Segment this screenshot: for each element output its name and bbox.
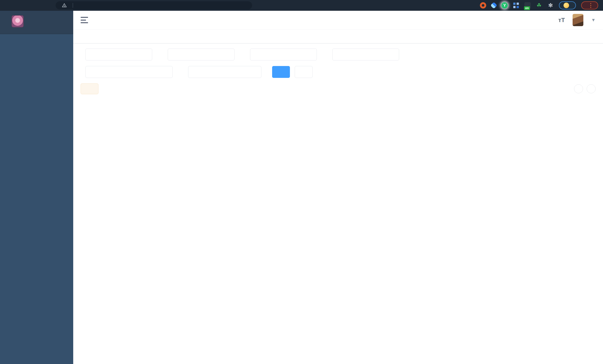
- header-search-icon[interactable]: [502, 17, 508, 23]
- help-icon[interactable]: [530, 17, 536, 23]
- process-status-select[interactable]: [188, 66, 261, 78]
- download-icon: [86, 86, 91, 91]
- sidebar-bottom-section: [0, 34, 73, 364]
- refresh-table-button[interactable]: [587, 84, 596, 93]
- browser-back-button[interactable]: [5, 2, 11, 8]
- browser-menu-dots-icon[interactable]: ⋮: [588, 3, 593, 8]
- calendar-icon: [89, 70, 94, 74]
- user-id-input[interactable]: [85, 48, 152, 60]
- bookmark-star-icon[interactable]: [469, 3, 475, 8]
- chevron-down-icon: [253, 70, 257, 74]
- browser-home-button[interactable]: [43, 2, 49, 8]
- filter-row-2: [81, 66, 596, 78]
- tags-view-bar: [73, 29, 603, 43]
- browser-chrome: Y ☘ ✻ ⋮: [0, 0, 603, 11]
- user-type-select[interactable]: [168, 48, 234, 60]
- filter-row-1: [81, 48, 596, 60]
- extension-icon-on-badge[interactable]: [524, 2, 531, 9]
- refresh-icon: [300, 70, 305, 74]
- hamburger-menu-icon[interactable]: [81, 17, 88, 23]
- extension-icon-green[interactable]: Y: [501, 2, 508, 9]
- not-secure-icon: [62, 3, 67, 8]
- app-name-input[interactable]: [250, 48, 317, 60]
- search-button[interactable]: [272, 66, 290, 78]
- chevron-down-icon: [226, 52, 231, 57]
- browser-reload-button[interactable]: [31, 3, 36, 8]
- refresh-icon: [589, 87, 593, 91]
- browser-update-button[interactable]: ⋮: [581, 1, 598, 10]
- browser-forward-button[interactable]: [18, 2, 24, 8]
- fullscreen-icon[interactable]: [544, 17, 551, 23]
- extension-icon-grid[interactable]: [513, 2, 519, 9]
- top-header: тT ▼: [73, 11, 603, 29]
- user-menu-caret-icon[interactable]: ▼: [591, 17, 596, 23]
- app-logo-row[interactable]: [0, 11, 73, 31]
- reset-button[interactable]: [295, 66, 313, 78]
- sidebar: [0, 11, 73, 364]
- export-button[interactable]: [81, 83, 98, 94]
- extension-icon-blue[interactable]: [490, 2, 497, 9]
- divider: [73, 3, 73, 8]
- user-avatar[interactable]: [573, 14, 583, 26]
- search-icon: [278, 70, 282, 74]
- exception-time-range-picker[interactable]: [85, 66, 173, 78]
- search-icon: [577, 87, 580, 91]
- extension-icon-orange[interactable]: [480, 2, 486, 9]
- request-url-input[interactable]: [332, 48, 399, 60]
- table-toolbar: [81, 83, 596, 94]
- extension-icon-sprout[interactable]: ☘: [536, 2, 542, 9]
- extension-icon-paw[interactable]: ✻: [547, 2, 554, 9]
- toggle-search-button[interactable]: [574, 84, 583, 93]
- emoji-face-icon: [564, 3, 569, 8]
- address-bar[interactable]: [56, 1, 252, 10]
- app-logo: [12, 15, 24, 27]
- github-icon[interactable]: [516, 17, 522, 23]
- font-size-icon[interactable]: тT: [558, 17, 565, 23]
- paused-extension-button[interactable]: [559, 1, 576, 10]
